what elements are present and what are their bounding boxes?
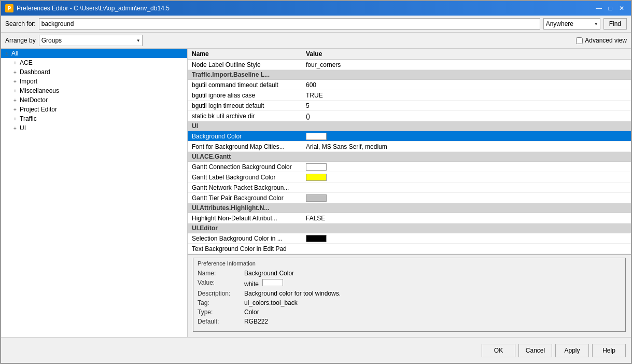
help-button[interactable]: Help [592, 344, 626, 357]
tree-item-label: All [11, 50, 18, 57]
cell-name: bgutil ignore alias case [192, 92, 306, 99]
pref-info-value-text: white [244, 279, 621, 288]
table-row[interactable]: static bk util archive dir () [188, 111, 631, 121]
table-header: Name Value [188, 49, 631, 60]
tree-item-ace[interactable]: +ACE [1, 58, 187, 67]
cell-name: Gantt Network Packet Backgroun... [192, 184, 306, 191]
advanced-view-label[interactable]: Advanced view [585, 37, 627, 44]
advanced-view-checkbox[interactable] [576, 37, 583, 44]
search-scope-dropdown[interactable]: Anywhere Name Value [543, 18, 600, 30]
tree-container: ±All+ACE+Dashboard+Import+Miscellaneous+… [1, 49, 187, 337]
ok-button[interactable]: OK [482, 344, 515, 357]
pref-info-desc-value: Background color for tool windows. [244, 290, 621, 297]
pref-info-name-value: Background Color [244, 270, 621, 277]
tree-expand-icon[interactable]: + [11, 87, 19, 94]
pref-info-desc-label: Description: [198, 290, 244, 297]
table-row[interactable]: Selection Background Color in ... [188, 233, 631, 244]
find-button[interactable]: Find [603, 18, 627, 30]
app-icon: P [5, 4, 13, 12]
arrange-dropdown[interactable]: Groups Alphabetical [39, 35, 143, 46]
pref-info-color-swatch [262, 279, 283, 286]
pref-info-type-value: Color [244, 309, 621, 316]
maximize-button[interactable]: □ [605, 4, 615, 13]
pref-info-type-row: Type: Color [198, 309, 621, 316]
minimize-button[interactable]: — [594, 4, 604, 13]
main-content: ±All+ACE+Dashboard+Import+Miscellaneous+… [1, 49, 631, 337]
tree-expand-icon[interactable]: + [11, 106, 19, 113]
tree-item-import[interactable]: +Import [1, 77, 187, 86]
pref-info-tag-label: Tag: [198, 299, 244, 306]
advanced-view-wrapper: Advanced view [576, 37, 627, 44]
window-controls: — □ ✕ [594, 4, 627, 13]
apply-button[interactable]: Apply [555, 344, 589, 357]
cell-value: () [306, 113, 627, 120]
value-text: Arial, MS Sans Serif, medium [306, 143, 387, 150]
table-row[interactable]: bgutil ignore alias case TRUE [188, 90, 631, 101]
cell-value: Arial, MS Sans Serif, medium [306, 143, 627, 150]
title-bar: P Preferences Editor - C:\Users\Lv\op_ad… [1, 1, 631, 16]
search-bar: Search for: Anywhere Name Value Find [1, 16, 631, 33]
tree-item-netdoctor[interactable]: +NetDoctor [1, 95, 187, 105]
tree-expand-icon[interactable]: + [11, 78, 19, 85]
close-button[interactable]: ✕ [616, 4, 627, 13]
value-text: 5 [306, 102, 310, 109]
window-title: Preferences Editor - C:\Users\Lv\op_admi… [17, 5, 591, 12]
color-swatch [306, 235, 327, 242]
table-row[interactable]: Highlight Non-Default Attribut... FALSE [188, 213, 631, 223]
search-input[interactable] [39, 18, 540, 30]
tree-item-miscellaneous[interactable]: +Miscellaneous [1, 86, 187, 95]
cell-value: TRUE [306, 92, 627, 99]
cell-name: bgutil login timeout default [192, 102, 306, 109]
tree-expand-icon[interactable]: + [11, 68, 19, 76]
value-text: 600 [306, 81, 316, 89]
tree-item-traffic[interactable]: +Traffic [1, 114, 187, 123]
pref-info-panel: Preference Information Name: Background … [188, 254, 631, 337]
table-row[interactable]: Font for Background Map Cities... Arial,… [188, 142, 631, 152]
group-row: UI.Editor [188, 223, 631, 233]
pref-info-value-label: Value: [198, 279, 244, 286]
tree-expand-icon[interactable]: + [11, 59, 19, 66]
tree-expand-icon[interactable]: ± [3, 50, 10, 57]
cell-name: Gantt Label Background Color [192, 174, 306, 181]
search-label: Search for: [5, 20, 36, 27]
table-row[interactable]: Gantt Label Background Color [188, 172, 631, 183]
table-row[interactable]: Node Label Outline Style four_corners [188, 60, 631, 70]
pref-info-default-label: Default: [198, 318, 244, 325]
pref-info-title: Preference Information [198, 260, 621, 267]
tree-item-project-editor[interactable]: +Project Editor [1, 105, 187, 114]
cell-name: bgutil command timeout default [192, 81, 306, 89]
tree-item-label: Dashboard [20, 68, 50, 76]
cell-value [306, 133, 627, 140]
color-swatch [306, 133, 327, 140]
cancel-button[interactable]: Cancel [518, 344, 552, 357]
table-row[interactable]: Gantt Network Packet Backgroun... [188, 183, 631, 193]
group-row: UI.ACE.Gantt [188, 152, 631, 162]
tree-expand-icon[interactable]: + [11, 124, 19, 132]
cell-value [306, 194, 627, 202]
tree-expand-icon[interactable]: + [11, 115, 19, 122]
tree-expand-icon[interactable]: + [11, 96, 19, 104]
tree-item-all[interactable]: ±All [1, 49, 187, 58]
table-row[interactable]: Gantt Connection Background Color [188, 162, 631, 172]
cell-name: Font for Background Map Cities... [192, 143, 306, 150]
table-row[interactable]: bgutil command timeout default 600 [188, 80, 631, 90]
pref-info-name-label: Name: [198, 270, 244, 277]
options-bar: Arrange by Groups Alphabetical Advanced … [1, 33, 631, 49]
table-row[interactable]: bgutil login timeout default 5 [188, 101, 631, 111]
tree-item-dashboard[interactable]: +Dashboard [1, 67, 187, 77]
tree-item-ui[interactable]: +UI [1, 123, 187, 133]
cell-name: Gantt Connection Background Color [192, 163, 306, 171]
table-row[interactable]: Text Background Color in Edit Pad [188, 244, 631, 254]
value-text: four_corners [306, 61, 341, 68]
value-text: TRUE [306, 92, 323, 99]
tree-item-label: NetDoctor [20, 96, 48, 104]
pref-info-name-row: Name: Background Color [198, 270, 621, 277]
right-panel: Name Value Node Label Outline Style four… [188, 49, 631, 337]
cell-value [306, 174, 627, 181]
table-row[interactable]: Gantt Tier Pair Background Color [188, 193, 631, 203]
pref-info-value-row: Value: white [198, 279, 621, 288]
left-panel: ±All+ACE+Dashboard+Import+Miscellaneous+… [1, 49, 188, 337]
group-row: UI [188, 121, 631, 131]
table-row[interactable]: Background Color [188, 131, 631, 142]
color-swatch [306, 194, 327, 202]
